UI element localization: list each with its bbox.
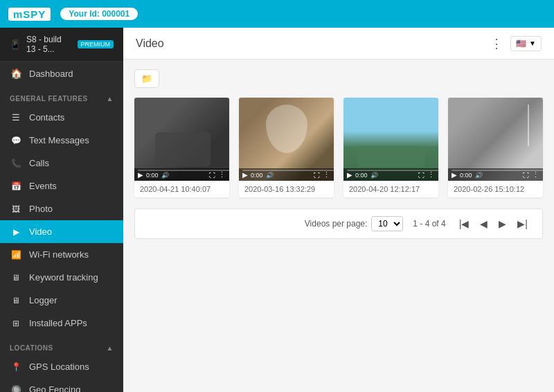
progress-bar-2 bbox=[242, 170, 334, 171]
dashboard-label: Dashboard bbox=[29, 69, 73, 79]
video-date-3: 2020-04-20 12:12:17 bbox=[343, 181, 438, 197]
calls-icon: 📞 bbox=[10, 159, 22, 168]
time-display-4: 0:00 bbox=[460, 172, 472, 179]
sidebar-item-keyword[interactable]: 🖥 Keyword tracking bbox=[0, 266, 123, 289]
video-thumbnail-3[interactable]: ▶ 0:00 🔊 ⛶ ⋮ bbox=[343, 98, 438, 181]
language-selector[interactable]: 🇺🇸 ▼ bbox=[510, 36, 542, 51]
video-icon: ▶ bbox=[10, 227, 22, 237]
per-page-select[interactable]: 10 20 50 bbox=[371, 216, 403, 231]
sidebar: 📱 S8 - build 13 - 5... PREMIUM 🏠 Dashboa… bbox=[0, 28, 123, 392]
video-card-4: ▶ 0:00 🔊 ⛶ ⋮ 2020-02-26 15:10:12 bbox=[448, 98, 543, 197]
topbar: mSPY Your Id: 000001 bbox=[0, 0, 554, 28]
phone-icon: 📱 bbox=[10, 39, 21, 50]
video-date-4: 2020-02-26 15:10:12 bbox=[448, 181, 543, 197]
videos-per-page-label: Videos per page: bbox=[305, 219, 368, 229]
flag-icon: 🇺🇸 bbox=[516, 39, 526, 48]
video-thumbnail-1[interactable]: ▶ 0:00 🔊 ⛶ ⋮ bbox=[134, 98, 229, 181]
logo: mSPY bbox=[8, 8, 51, 21]
main-content: Video ⋮ 🇺🇸 ▼ 📁 ▶ 0:00 bbox=[123, 28, 554, 392]
main-header: Video ⋮ 🇺🇸 ▼ bbox=[123, 28, 554, 60]
play-button-1[interactable]: ▶ bbox=[138, 171, 143, 179]
prev-page-button[interactable]: ◀ bbox=[476, 217, 491, 231]
locations-chevron-icon: ▲ bbox=[107, 344, 114, 352]
sidebar-item-events[interactable]: 📅 Events bbox=[0, 175, 123, 197]
time-display-2: 0:00 bbox=[251, 172, 263, 179]
volume-button-2[interactable]: 🔊 bbox=[266, 172, 274, 179]
time-display-1: 0:00 bbox=[146, 172, 159, 179]
geo-icon: 🔘 bbox=[10, 385, 22, 393]
logger-icon: 🖥 bbox=[10, 296, 22, 305]
first-page-button[interactable]: |◀ bbox=[456, 217, 473, 231]
progress-bar-1 bbox=[138, 170, 229, 171]
sidebar-item-dashboard[interactable]: 🏠 Dashboard bbox=[0, 62, 123, 85]
messages-icon: 💬 bbox=[10, 136, 22, 145]
sidebar-item-logger[interactable]: 🖥 Logger bbox=[0, 289, 123, 312]
general-features-label: GENERAL FEATURES bbox=[10, 95, 88, 103]
filter-bar: 📁 bbox=[134, 69, 543, 88]
more-button-4[interactable]: ⋮ bbox=[532, 170, 539, 179]
header-actions: ⋮ 🇺🇸 ▼ bbox=[490, 36, 542, 51]
page-title: Video bbox=[136, 37, 164, 50]
device-name: S8 - build 13 - 5... bbox=[26, 35, 69, 54]
volume-button-3[interactable]: 🔊 bbox=[370, 172, 378, 179]
general-features-header: GENERAL FEATURES ▲ bbox=[0, 88, 123, 106]
fullscreen-button-2[interactable]: ⛶ bbox=[314, 172, 320, 179]
locations-header: LOCATIONS ▲ bbox=[0, 337, 123, 355]
play-button-3[interactable]: ▶ bbox=[347, 171, 352, 179]
last-page-button[interactable]: ▶| bbox=[514, 217, 531, 231]
device-item[interactable]: 📱 S8 - build 13 - 5... PREMIUM bbox=[0, 28, 123, 62]
volume-button-1[interactable]: 🔊 bbox=[161, 172, 169, 179]
events-icon: 📅 bbox=[10, 181, 22, 191]
premium-badge: PREMIUM bbox=[78, 40, 114, 48]
play-button-2[interactable]: ▶ bbox=[242, 171, 248, 179]
play-button-4[interactable]: ▶ bbox=[452, 171, 457, 179]
sidebar-item-gps[interactable]: 📍 GPS Locations bbox=[0, 355, 123, 378]
more-button-1[interactable]: ⋮ bbox=[218, 170, 226, 179]
video-card-1: ▶ 0:00 🔊 ⛶ ⋮ 2020-04-21 10:40:07 bbox=[134, 98, 229, 197]
apps-icon: ⊞ bbox=[10, 319, 22, 328]
more-options-button[interactable]: ⋮ bbox=[490, 36, 503, 51]
locations-label: LOCATIONS bbox=[10, 344, 53, 352]
video-date-1: 2020-04-21 10:40:07 bbox=[134, 181, 229, 197]
content-area: 📁 ▶ 0:00 🔊 ⛶ ⋮ bbox=[123, 60, 554, 392]
fullscreen-button-3[interactable]: ⛶ bbox=[418, 172, 425, 179]
volume-button-4[interactable]: 🔊 bbox=[475, 172, 483, 179]
sidebar-item-geo[interactable]: 🔘 Geo Fencing bbox=[0, 378, 123, 392]
video-card-2: ▶ 0:00 🔊 ⛶ ⋮ 2020-03-16 13:32:29 bbox=[239, 98, 334, 197]
sidebar-item-contacts[interactable]: ☰ Contacts bbox=[0, 106, 123, 129]
video-thumbnail-4[interactable]: ▶ 0:00 🔊 ⛶ ⋮ bbox=[448, 98, 543, 181]
calendar-button[interactable]: 📁 bbox=[134, 69, 159, 88]
sidebar-item-photo[interactable]: 🖼 Photo bbox=[0, 197, 123, 220]
contacts-icon: ☰ bbox=[10, 112, 22, 123]
fullscreen-button-1[interactable]: ⛶ bbox=[209, 172, 215, 179]
user-id-badge: Your Id: 000001 bbox=[60, 8, 138, 20]
wifi-icon: 📶 bbox=[10, 250, 22, 260]
gps-icon: 📍 bbox=[10, 362, 22, 372]
fullscreen-button-4[interactable]: ⛶ bbox=[523, 172, 529, 179]
keyword-icon: 🖥 bbox=[10, 273, 22, 283]
more-button-3[interactable]: ⋮ bbox=[427, 170, 435, 179]
photo-icon: 🖼 bbox=[10, 204, 22, 214]
video-grid: ▶ 0:00 🔊 ⛶ ⋮ 2020-04-21 10:40:07 bbox=[134, 98, 543, 197]
sidebar-item-installed-apps[interactable]: ⊞ Installed APPs bbox=[0, 312, 123, 335]
chevron-up-icon: ▲ bbox=[107, 95, 114, 103]
time-display-3: 0:00 bbox=[355, 172, 368, 179]
progress-bar-4 bbox=[452, 170, 543, 171]
sidebar-item-text-messages[interactable]: 💬 Text Messages bbox=[0, 129, 123, 152]
pagination-bar: Videos per page: 10 20 50 1 - 4 of 4 |◀ … bbox=[134, 208, 543, 239]
more-button-2[interactable]: ⋮ bbox=[323, 170, 330, 179]
home-icon: 🏠 bbox=[10, 68, 22, 79]
page-range: 1 - 4 of 4 bbox=[413, 219, 445, 229]
sidebar-item-video[interactable]: ▶ Video bbox=[0, 220, 123, 243]
sidebar-item-calls[interactable]: 📞 Calls bbox=[0, 152, 123, 175]
next-page-button[interactable]: ▶ bbox=[495, 217, 510, 231]
logo-text: mSPY bbox=[8, 8, 51, 21]
sidebar-item-wifi[interactable]: 📶 Wi-Fi networks bbox=[0, 243, 123, 266]
video-date-2: 2020-03-16 13:32:29 bbox=[239, 181, 334, 197]
video-card-3: ▶ 0:00 🔊 ⛶ ⋮ 2020-04-20 12:12:17 bbox=[343, 98, 438, 197]
progress-bar-3 bbox=[347, 170, 438, 171]
flag-chevron-icon: ▼ bbox=[529, 39, 536, 47]
video-thumbnail-2[interactable]: ▶ 0:00 🔊 ⛶ ⋮ bbox=[239, 98, 334, 181]
